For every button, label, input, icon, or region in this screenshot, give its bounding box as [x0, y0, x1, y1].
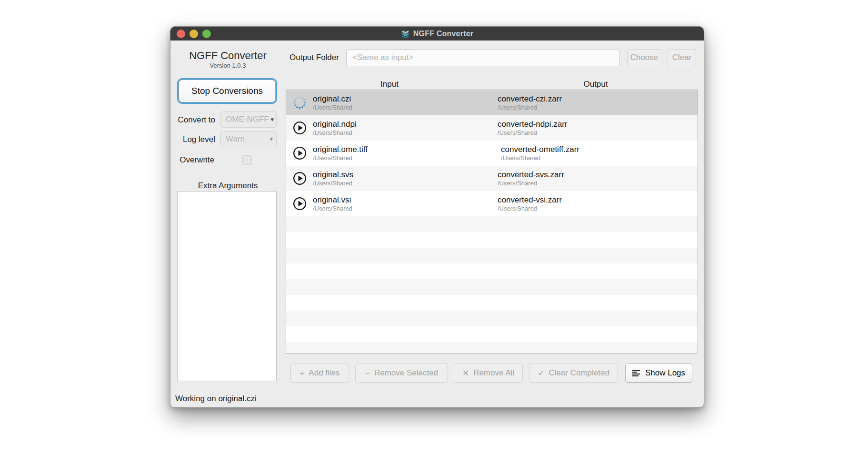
play-icon	[293, 121, 307, 135]
overwrite-checkbox[interactable]	[242, 155, 252, 165]
table-row[interactable]: original.ome.tiff /Users/Shared converte…	[286, 141, 698, 166]
output-folder-label: Output Folder	[289, 53, 342, 62]
table-row[interactable]: original.vsi /Users/Shared converted-vsi…	[286, 191, 698, 216]
version-label: Version 1.0.3	[170, 62, 285, 69]
minus-icon: −	[365, 369, 370, 377]
empty-row	[286, 216, 698, 232]
output-name: converted-svs.zarr	[498, 170, 564, 180]
app-title: NGFF Converter	[170, 50, 285, 62]
window-title: NGFF Converter	[413, 30, 473, 38]
file-path: /Users/Shared	[313, 104, 352, 111]
titlebar: NGFF Converter	[170, 27, 704, 40]
output-path: /Users/Shared	[501, 154, 579, 162]
clear-completed-button[interactable]: ✓ Clear Completed	[529, 364, 618, 383]
file-path: /Users/Shared	[313, 180, 353, 187]
zoom-window-button[interactable]	[202, 30, 211, 38]
play-icon	[293, 172, 307, 185]
empty-row	[286, 248, 698, 263]
divider	[264, 133, 264, 145]
chevron-down-icon: ▾	[269, 135, 273, 142]
close-window-button[interactable]	[177, 30, 185, 38]
stop-conversions-button[interactable]: Stop Conversions	[179, 80, 276, 102]
conversion-table: original.czi /Users/Shared converted-czi…	[286, 90, 698, 354]
remove-selected-button[interactable]: − Remove Selected	[355, 364, 448, 383]
empty-row	[286, 295, 698, 311]
empty-row	[286, 263, 698, 279]
log-level-select[interactable]: Warn ▾	[220, 131, 277, 147]
file-name: original.svs	[313, 170, 353, 180]
check-icon: ✓	[538, 369, 544, 377]
remove-all-label: Remove All	[473, 368, 514, 378]
output-name: converted-vsi.zarr	[498, 195, 562, 205]
convert-to-label: Convert to	[170, 115, 215, 125]
empty-row	[286, 311, 698, 326]
spinner-icon	[293, 96, 307, 110]
output-folder-input[interactable]	[346, 49, 619, 66]
empty-row	[286, 326, 698, 342]
file-name: original.czi	[313, 94, 352, 104]
file-name: original.vsi	[313, 195, 352, 205]
convert-to-select[interactable]: OME-NGFF ▾	[220, 111, 277, 128]
traffic-lights	[177, 27, 211, 40]
empty-row	[286, 232, 698, 248]
file-name: original.ndpi	[313, 119, 357, 129]
overwrite-label: Overwrite	[170, 155, 214, 165]
extra-arguments-input[interactable]	[177, 191, 277, 381]
file-path: /Users/Shared	[313, 154, 368, 162]
output-path: /Users/Shared	[498, 180, 564, 187]
table-row[interactable]: original.svs /Users/Shared converted-svs…	[286, 166, 698, 191]
show-logs-label: Show Logs	[645, 368, 685, 378]
clear-folder-button[interactable]: Clear	[668, 49, 696, 66]
log-level-value: Warn	[226, 134, 245, 144]
show-logs-button[interactable]: Show Logs	[625, 364, 692, 383]
output-path: /Users/Shared	[498, 129, 567, 137]
logs-icon	[632, 370, 641, 377]
plus-icon: +	[299, 369, 304, 377]
desktop-background: NGFF Converter NGFF Converter Version 1.…	[0, 0, 868, 455]
table-row[interactable]: original.czi /Users/Shared converted-czi…	[286, 90, 698, 115]
status-text: Working on original.czi	[175, 394, 257, 404]
play-icon	[293, 197, 307, 211]
choose-folder-button[interactable]: Choose	[627, 49, 661, 66]
x-icon: ✕	[462, 369, 469, 377]
output-column-header: Output	[493, 80, 698, 89]
play-icon	[293, 146, 307, 160]
output-name: converted-ometiff.zarr	[501, 144, 579, 154]
convert-to-value: OME-NGFF	[226, 115, 269, 124]
app-layers-icon	[401, 29, 410, 38]
add-files-button[interactable]: + Add files	[290, 364, 349, 383]
log-level-label: Log level	[170, 135, 215, 144]
app-window: NGFF Converter NGFF Converter Version 1.…	[170, 26, 704, 408]
window-title-group: NGFF Converter	[401, 29, 473, 38]
remove-all-button[interactable]: ✕ Remove All	[454, 364, 523, 383]
file-name: original.ome.tiff	[313, 144, 368, 154]
clear-completed-label: Clear Completed	[549, 368, 609, 378]
add-files-label: Add files	[309, 368, 339, 378]
empty-row	[286, 342, 698, 354]
remove-selected-label: Remove Selected	[374, 368, 438, 378]
table-row[interactable]: original.ndpi /Users/Shared converted-nd…	[286, 115, 698, 141]
file-path: /Users/Shared	[313, 129, 357, 137]
output-name: converted-ndpi.zarr	[498, 119, 567, 129]
minimize-window-button[interactable]	[190, 30, 198, 38]
chevron-down-icon: ▾	[270, 116, 274, 123]
divider	[170, 390, 704, 390]
output-name: converted-czi.zarr	[498, 94, 562, 104]
extra-arguments-label: Extra Arguments	[170, 181, 285, 191]
input-column-header: Input	[286, 80, 493, 89]
column-divider	[494, 90, 494, 353]
file-path: /Users/Shared	[313, 205, 352, 212]
output-path: /Users/Shared	[498, 104, 562, 111]
output-path: /Users/Shared	[498, 205, 562, 212]
empty-row	[286, 279, 698, 295]
